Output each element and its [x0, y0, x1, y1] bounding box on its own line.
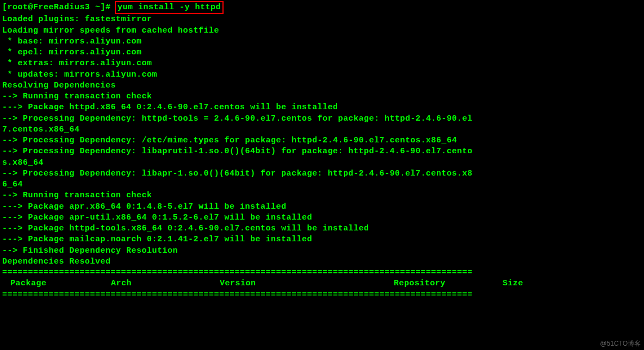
output-line: --> Running transaction check: [2, 190, 642, 201]
separator-line: ========================================…: [2, 267, 642, 278]
output-line: --> Processing Dependency: libapr-1.so.0…: [2, 168, 642, 179]
output-line: Dependencies Resolved: [2, 257, 642, 267]
output-line: 6_64: [2, 179, 642, 190]
output-line: Loading mirror speeds from cached hostfi…: [2, 26, 642, 36]
output-line: * base: mirrors.aliyun.com: [2, 36, 642, 47]
output-line: ---> Package apr-util.x86_64 0:1.5.2-6.e…: [2, 212, 642, 223]
output-line: ---> Package httpd-tools.x86_64 0:2.4.6-…: [2, 223, 642, 234]
output-line: --> Finished Dependency Resolution: [2, 246, 642, 257]
output-line: * extras: mirrors.aliyun.com: [2, 58, 642, 69]
output-line: ---> Package apr.x86_64 0:1.4.8-5.el7 wi…: [2, 202, 642, 212]
output-line: * epel: mirrors.aliyun.com: [2, 47, 642, 58]
output-line: --> Processing Dependency: httpd-tools =…: [2, 114, 642, 124]
output-line: --> Processing Dependency: libaprutil-1.…: [2, 146, 642, 157]
watermark-text: @51CTO博客: [600, 339, 641, 348]
output-line: Resolving Dependencies: [2, 80, 642, 91]
col-header-package: Package: [2, 278, 111, 289]
output-line: Loaded plugins: fastestmirror: [2, 14, 642, 25]
table-header-row: Package Arch Version Repository Size: [2, 278, 642, 289]
output-line: ---> Package mailcap.noarch 0:2.1.41-2.e…: [2, 234, 642, 245]
command-highlight: yum install -y httpd: [115, 1, 224, 14]
col-header-repo: Repository: [394, 278, 503, 289]
output-line: s.x86_64: [2, 158, 642, 168]
output-line: ---> Package httpd.x86_64 0:2.4.6-90.el7…: [2, 102, 642, 113]
output-line: --> Running transaction check: [2, 91, 642, 102]
output-line: * updates: mirrors.aliyun.com: [2, 70, 642, 80]
col-header-arch: Arch: [111, 278, 220, 289]
output-line: 7.centos.x86_64: [2, 124, 642, 135]
output-line: --> Processing Dependency: /etc/mime.typ…: [2, 135, 642, 146]
col-header-version: Version: [220, 278, 394, 289]
prompt-line[interactable]: [root@FreeRadius3 ~]# yum install -y htt…: [2, 1, 642, 14]
command-text: yum install -y httpd: [117, 3, 221, 12]
col-header-size: Size: [503, 278, 557, 289]
separator-line: ========================================…: [2, 290, 642, 301]
shell-prompt: [root@FreeRadius3 ~]#: [2, 3, 111, 12]
